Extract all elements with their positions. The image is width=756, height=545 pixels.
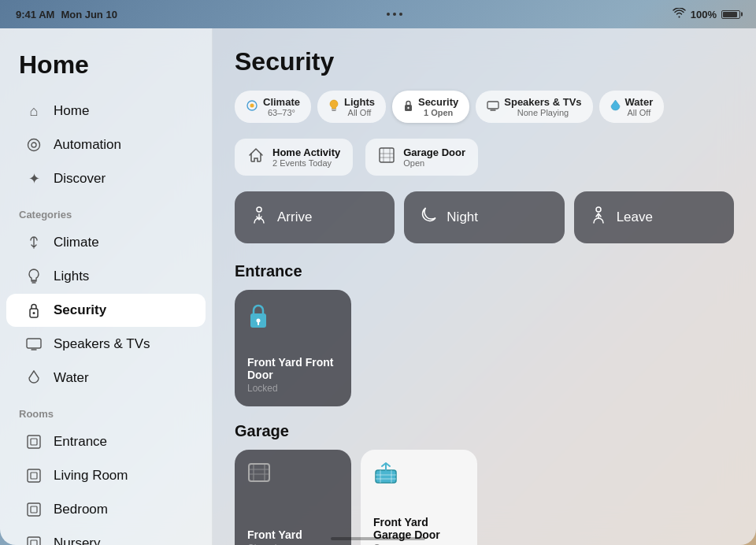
svg-point-0 bbox=[28, 139, 40, 151]
night-label: Night bbox=[447, 209, 478, 225]
home-activity-sub: 2 Events Today bbox=[272, 158, 340, 168]
sidebar-item-water[interactable]: Water bbox=[6, 361, 206, 395]
leave-icon bbox=[590, 206, 607, 229]
tab-water[interactable]: Water All Off bbox=[599, 91, 665, 123]
front-yard-closed-card[interactable]: Front Yard Closed bbox=[235, 450, 351, 545]
front-yard-front-door-name: Front Yard Front Door bbox=[247, 356, 339, 381]
home-activity-title: Home Activity bbox=[272, 146, 340, 158]
svg-rect-26 bbox=[376, 470, 396, 483]
status-center-dots bbox=[387, 13, 402, 16]
front-yard-garage-door-card[interactable]: Front Yard Garage Door Open bbox=[361, 450, 477, 545]
arrive-scene-button[interactable]: Arrive bbox=[235, 191, 395, 243]
lights-icon bbox=[25, 268, 43, 285]
garage-closed-icon bbox=[247, 462, 339, 488]
status-right: 100% bbox=[673, 8, 740, 20]
main-content: Security Climate 63–73° bbox=[213, 28, 756, 545]
tab-lights-icon bbox=[328, 99, 339, 114]
sidebar-item-lights[interactable]: Lights bbox=[6, 260, 206, 293]
svg-rect-4 bbox=[27, 339, 41, 348]
sidebar-item-lights-label: Lights bbox=[54, 269, 89, 284]
info-row: Home Activity 2 Events Today Garage Door… bbox=[235, 139, 734, 176]
svg-point-18 bbox=[407, 107, 409, 109]
discover-icon: ✦ bbox=[25, 170, 43, 187]
sidebar-item-living-room-label: Living Room bbox=[54, 468, 128, 484]
climate-icon bbox=[25, 234, 43, 251]
room-bedroom-icon bbox=[25, 501, 43, 518]
front-yard-front-door-status: Locked bbox=[247, 383, 339, 394]
svg-point-22 bbox=[596, 207, 601, 212]
svg-rect-8 bbox=[31, 473, 37, 479]
entrance-section-title: Entrance bbox=[235, 262, 734, 280]
room-living-room-icon bbox=[25, 467, 43, 484]
nav-automation-label: Automation bbox=[54, 137, 121, 153]
front-yard-closed-name: Front Yard bbox=[247, 528, 339, 541]
tab-speakers-tvs-icon bbox=[487, 100, 499, 113]
status-bar: 9:41 AM Mon Jun 10 100% bbox=[0, 0, 756, 28]
tab-water-label: Water bbox=[625, 96, 654, 108]
garage-door-card[interactable]: Garage Door Open bbox=[365, 139, 478, 176]
leave-scene-button[interactable]: Leave bbox=[574, 191, 734, 243]
tab-security-label: Security bbox=[418, 96, 458, 108]
sidebar-item-nursery[interactable]: Nursery bbox=[6, 527, 206, 545]
category-tabs: Climate 63–73° Lights All Off bbox=[235, 91, 734, 123]
sidebar-item-water-label: Water bbox=[54, 370, 89, 386]
status-time: 9:41 AM bbox=[16, 9, 54, 20]
tab-water-sub: All Off bbox=[625, 108, 654, 117]
night-scene-button[interactable]: Night bbox=[404, 191, 564, 243]
sidebar-item-security[interactable]: Security bbox=[6, 294, 206, 327]
arrive-icon bbox=[250, 206, 268, 229]
svg-rect-12 bbox=[31, 540, 37, 545]
tab-climate[interactable]: Climate 63–73° bbox=[235, 91, 311, 123]
battery-icon bbox=[721, 10, 740, 19]
tab-speakers-tvs-label: Speakers & TVs bbox=[504, 96, 581, 108]
tab-climate-sub: 63–73° bbox=[263, 108, 300, 117]
tab-lights[interactable]: Lights All Off bbox=[317, 91, 386, 123]
svg-point-21 bbox=[257, 207, 261, 212]
night-icon bbox=[420, 206, 437, 228]
tab-security[interactable]: Security 1 Open bbox=[392, 91, 469, 123]
sidebar-item-bedroom[interactable]: Bedroom bbox=[6, 493, 206, 526]
home-indicator bbox=[331, 537, 425, 540]
nav-discover-label: Discover bbox=[54, 171, 106, 187]
room-nursery-icon bbox=[25, 535, 43, 545]
front-yard-front-door-card[interactable]: Front Yard Front Door Locked bbox=[235, 290, 351, 406]
sidebar-item-entrance[interactable]: Entrance bbox=[6, 425, 206, 458]
nav-home-label: Home bbox=[54, 103, 89, 119]
status-date: Mon Jun 10 bbox=[61, 9, 117, 20]
nav-discover[interactable]: ✦ Discover bbox=[6, 162, 206, 195]
tab-climate-icon bbox=[246, 99, 258, 114]
tab-water-icon bbox=[610, 99, 621, 114]
arrive-label: Arrive bbox=[277, 209, 312, 225]
home-icon: ⌂ bbox=[25, 102, 43, 120]
svg-point-3 bbox=[33, 312, 35, 314]
leave-label: Leave bbox=[617, 209, 653, 225]
home-activity-icon bbox=[247, 146, 265, 168]
nav-automation[interactable]: Automation bbox=[6, 128, 206, 161]
tab-speakers-tvs[interactable]: Speakers & TVs None Playing bbox=[476, 91, 592, 123]
garage-door-sub: Open bbox=[403, 158, 465, 168]
room-entrance-icon bbox=[25, 433, 43, 450]
sidebar-item-bedroom-label: Bedroom bbox=[54, 502, 108, 517]
tab-speakers-tvs-sub: None Playing bbox=[504, 108, 581, 117]
categories-section-title: Categories bbox=[0, 196, 212, 225]
sidebar-item-living-room[interactable]: Living Room bbox=[6, 459, 206, 492]
nav-home[interactable]: ⌂ Home bbox=[6, 95, 206, 128]
app-container: Home ⌂ Home Automation ✦ Discover Catego… bbox=[0, 28, 756, 545]
svg-rect-5 bbox=[28, 436, 40, 448]
home-activity-card[interactable]: Home Activity 2 Events Today bbox=[235, 139, 353, 176]
lock-icon bbox=[247, 302, 339, 335]
garage-open-icon bbox=[373, 462, 465, 490]
tab-lights-label: Lights bbox=[344, 96, 375, 108]
tab-security-icon bbox=[403, 99, 413, 114]
tab-lights-sub: All Off bbox=[344, 108, 375, 117]
svg-rect-20 bbox=[380, 148, 394, 162]
garage-device-grid: Front Yard Closed Front Yard Garage Door bbox=[235, 450, 734, 545]
page-title: Security bbox=[235, 47, 734, 76]
sidebar-item-security-label: Security bbox=[54, 302, 106, 318]
scene-row: Arrive Night bbox=[235, 191, 734, 243]
sidebar-item-speakers-tvs[interactable]: Speakers & TVs bbox=[6, 328, 206, 361]
tab-climate-label: Climate bbox=[263, 96, 300, 108]
sidebar-item-speakers-tvs-label: Speakers & TVs bbox=[54, 336, 150, 352]
garage-section-title: Garage bbox=[235, 422, 734, 440]
sidebar-item-climate[interactable]: Climate bbox=[6, 226, 206, 259]
